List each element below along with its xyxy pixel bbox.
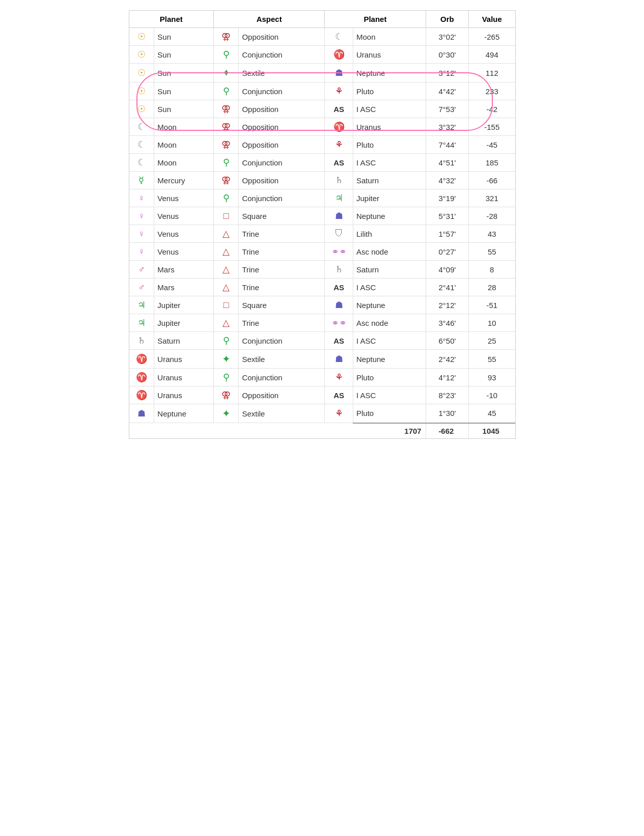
table-row: ☉ Sun ⚲ Conjunction ♈ Uranus 0°30' 494 xyxy=(129,46,515,64)
table-row: ☉ Sun ⚲ Conjunction ⚘ Pluto 4°42' 233 xyxy=(129,82,515,100)
table-wrapper: Planet Aspect Planet Orb Value ☉ Sun ⚢ O… xyxy=(129,10,516,439)
planet1-symbol: ♂ xyxy=(129,278,154,296)
planet2-symbol: ♄ xyxy=(325,261,353,278)
orb-value: 3°46' xyxy=(426,314,468,332)
planet2-symbol: ♃ xyxy=(325,189,353,207)
orb-value: 5°31' xyxy=(426,207,468,225)
planet1-symbol: ♀ xyxy=(129,207,154,225)
aspect-value: -51 xyxy=(469,296,515,314)
aspect-name: Conjunction xyxy=(239,46,325,64)
aspect-name: Conjunction xyxy=(239,332,325,350)
aspect-symbol: ⚲ xyxy=(214,332,239,350)
planet2-name: Pluto xyxy=(353,404,426,423)
planet1-symbol: ♈ xyxy=(129,386,154,404)
planet1-name: Moon xyxy=(154,118,214,136)
planet2-name: Asc node xyxy=(353,314,426,332)
total-row: 1707 -662 1045 xyxy=(129,423,515,438)
planet1-symbol: ☉ xyxy=(129,28,154,46)
table-row: ☗ Neptune ✦ Sextile ⚘ Pluto 1°30' 45 xyxy=(129,404,515,423)
orb-value: 4°12' xyxy=(426,369,468,386)
planet1-symbol: ☉ xyxy=(129,100,154,118)
orb-value: 8°23' xyxy=(426,386,468,404)
aspect-value: 55 xyxy=(469,243,515,261)
planet1-symbol: ♈ xyxy=(129,369,154,386)
table-row: ♂ Mars △ Trine ♄ Saturn 4°09' 8 xyxy=(129,261,515,278)
total-pos-sum: 1045 xyxy=(469,423,515,438)
planet1-symbol: ♀ xyxy=(129,225,154,243)
aspect-symbol: △ xyxy=(214,314,239,332)
aspect-value: 45 xyxy=(469,404,515,423)
planet1-name: Venus xyxy=(154,243,214,261)
aspect-symbol: ⚲ xyxy=(214,189,239,207)
header-row: Planet Aspect Planet Orb Value xyxy=(129,11,515,28)
orb-value: 1°30' xyxy=(426,404,468,423)
planet2-symbol: ♈ xyxy=(325,46,353,64)
aspect-value: 494 xyxy=(469,46,515,64)
planet1-symbol: ♃ xyxy=(129,296,154,314)
planet2-symbol: ⛉ xyxy=(325,225,353,243)
planet1-symbol: ♃ xyxy=(129,314,154,332)
table-row: ♂ Mars △ Trine AS I ASC 2°41' 28 xyxy=(129,278,515,296)
aspect-value: 8 xyxy=(469,261,515,278)
planet1-symbol: ☉ xyxy=(129,46,154,64)
aspect-symbol: ⚢ xyxy=(214,28,239,46)
orb-value: 3°19' xyxy=(426,189,468,207)
planet1-name: Uranus xyxy=(154,369,214,386)
table-row: ☾ Moon ⚢ Opposition ⚘ Pluto 7°44' -45 xyxy=(129,136,515,154)
planet2-symbol: ♈ xyxy=(325,118,353,136)
aspect-name: Conjunction xyxy=(239,189,325,207)
planet2-symbol: AS xyxy=(325,100,353,118)
planet1-name: Saturn xyxy=(154,332,214,350)
table-row: ☉ Sun ⚢ Opposition ☾ Moon 3°02' -265 xyxy=(129,28,515,46)
planet2-name: Neptune xyxy=(353,64,426,82)
planet2-name: Pluto xyxy=(353,369,426,386)
planet2-name: I ASC xyxy=(353,278,426,296)
planet2-symbol: ⚭⚭ xyxy=(325,314,353,332)
aspect-name: Conjunction xyxy=(239,369,325,386)
table-row: ♈ Uranus ✦ Sextile ☗ Neptune 2°42' 55 xyxy=(129,350,515,369)
orb-value: 2°12' xyxy=(426,296,468,314)
aspect-value: -265 xyxy=(469,28,515,46)
planet2-symbol: ☗ xyxy=(325,350,353,369)
table-row: ♄ Saturn ⚲ Conjunction AS I ASC 6°50' 25 xyxy=(129,332,515,350)
planet2-name: Neptune xyxy=(353,207,426,225)
aspect-name: Opposition xyxy=(239,118,325,136)
aspect-symbol: □ xyxy=(214,296,239,314)
planet1-symbol: ☿ xyxy=(129,172,154,189)
planet2-symbol: AS xyxy=(325,332,353,350)
aspect-name: Conjunction xyxy=(239,82,325,100)
aspect-name: Square xyxy=(239,207,325,225)
planet1-name: Sun xyxy=(154,28,214,46)
planet1-symbol: ☾ xyxy=(129,154,154,172)
aspect-value: 112 xyxy=(469,64,515,82)
planet2-name: I ASC xyxy=(353,332,426,350)
table-row: ♈ Uranus ⚲ Conjunction ⚘ Pluto 4°12' 93 xyxy=(129,369,515,386)
planet1-symbol: ♈ xyxy=(129,350,154,369)
planet2-symbol: ☗ xyxy=(325,207,353,225)
planet2-name: Neptune xyxy=(353,350,426,369)
header-orb: Orb xyxy=(426,11,468,28)
table-row: ☾ Moon ⚲ Conjunction AS I ASC 4°51' 185 xyxy=(129,154,515,172)
aspect-name: Opposition xyxy=(239,386,325,404)
table-row: ☿ Mercury ⚢ Opposition ♄ Saturn 4°32' -6… xyxy=(129,172,515,189)
aspect-symbol: ⚲ xyxy=(214,46,239,64)
aspect-symbol: △ xyxy=(214,278,239,296)
planet1-symbol: ♂ xyxy=(129,261,154,278)
planet2-name: Saturn xyxy=(353,261,426,278)
aspect-value: -45 xyxy=(469,136,515,154)
planet2-name: Saturn xyxy=(353,172,426,189)
orb-value: 4°42' xyxy=(426,82,468,100)
aspect-value: -28 xyxy=(469,207,515,225)
planet2-symbol: ☾ xyxy=(325,28,353,46)
page-container: Planet Aspect Planet Orb Value ☉ Sun ⚢ O… xyxy=(129,10,516,439)
planet2-name: Uranus xyxy=(353,118,426,136)
aspect-symbol: ✦ xyxy=(214,404,239,423)
planet1-symbol: ☾ xyxy=(129,118,154,136)
planet1-name: Mercury xyxy=(154,172,214,189)
table-row: ♀ Venus □ Square ☗ Neptune 5°31' -28 xyxy=(129,207,515,225)
orb-value: 3°12' xyxy=(426,64,468,82)
planet1-name: Mars xyxy=(154,278,214,296)
aspect-name: Sextile xyxy=(239,64,325,82)
aspect-name: Conjunction xyxy=(239,154,325,172)
total-orb-sum: 1707 xyxy=(353,423,426,438)
